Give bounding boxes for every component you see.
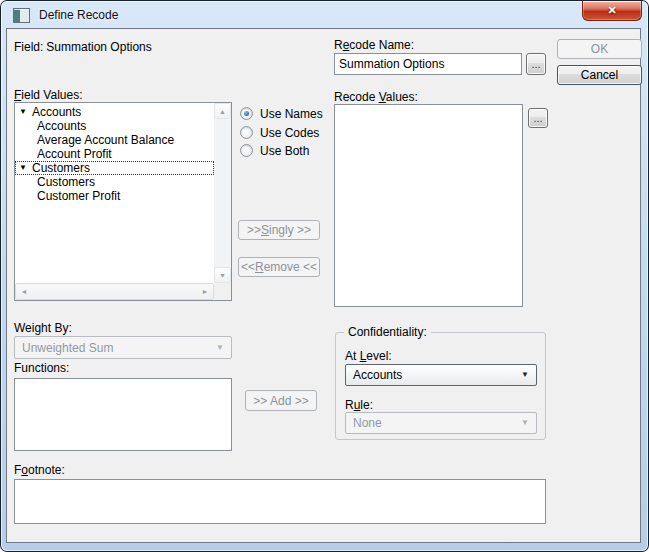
radio-use-codes[interactable]: Use Codes: [240, 125, 319, 140]
field-values-list[interactable]: ▼ Accounts Accounts Average Account Bala…: [14, 102, 232, 301]
app-icon: [13, 8, 30, 23]
rule-dropdown[interactable]: None ▼: [345, 412, 537, 434]
footnote-input[interactable]: [14, 479, 546, 524]
singly-button[interactable]: >> Singly >>: [238, 220, 320, 240]
tree-item-label: Customers: [37, 175, 95, 189]
vertical-scrollbar[interactable]: ▲ ▼: [214, 103, 231, 283]
field-summary-value: Summation Options: [46, 40, 151, 54]
footnote-label: Footnote:: [14, 463, 65, 477]
scroll-left-icon[interactable]: ◄: [16, 284, 32, 299]
tree-item-label: Accounts: [32, 105, 81, 119]
field-summary-label: Field:: [14, 40, 43, 54]
radio-button-icon[interactable]: [240, 126, 253, 139]
rule-label: Rule:: [345, 398, 373, 412]
tree-item[interactable]: ▼ Customers: [15, 161, 214, 175]
functions-list[interactable]: [14, 378, 232, 451]
radio-label: Use Codes: [260, 126, 319, 140]
radio-label: Use Both: [260, 144, 309, 158]
at-level-dropdown[interactable]: Accounts ▼: [345, 364, 537, 386]
confidentiality-group-body: At Level: Accounts ▼ Rule: None ▼: [336, 333, 545, 439]
tree-expander-icon[interactable]: ▼: [19, 164, 32, 172]
remove-button[interactable]: << Remove <<: [238, 257, 320, 277]
ok-button[interactable]: OK: [557, 39, 642, 59]
close-button[interactable]: ✕: [582, 1, 642, 21]
scroll-up-icon[interactable]: ▲: [214, 103, 231, 119]
tree-item-label: Accounts: [37, 119, 86, 133]
field-values-tree: ▼ Accounts Accounts Average Account Bala…: [15, 105, 214, 283]
cancel-button[interactable]: Cancel: [557, 65, 642, 85]
define-recode-dialog: Define Recode ✕ Field:Summation Options …: [0, 0, 649, 552]
weight-by-dropdown[interactable]: Unweighted Sum ▼: [14, 336, 232, 359]
dialog-body: Field:Summation Options Recode Name: ...…: [6, 28, 641, 543]
recode-values-browse-button[interactable]: ...: [528, 108, 548, 128]
chevron-down-icon: ▼: [521, 419, 529, 427]
tree-item[interactable]: Accounts: [15, 119, 214, 133]
weight-by-label: Weight By:: [14, 321, 72, 335]
ellipsis-icon: ...: [533, 112, 542, 124]
recode-name-label: Recode Name:: [334, 38, 414, 52]
tree-item[interactable]: Average Account Balance: [15, 133, 214, 147]
weight-by-value: Unweighted Sum: [22, 341, 113, 355]
scroll-down-icon[interactable]: ▼: [214, 267, 231, 283]
radio-label: Use Names: [260, 107, 323, 121]
tree-item-label: Customer Profit: [37, 189, 120, 203]
tree-expander-icon[interactable]: ▼: [19, 108, 32, 116]
radio-use-both[interactable]: Use Both: [240, 143, 309, 158]
radio-button-icon[interactable]: [240, 107, 253, 120]
field-values-label: Field Values:: [14, 88, 83, 102]
radio-button-icon[interactable]: [240, 144, 253, 157]
tree-item[interactable]: Account Profit: [15, 147, 214, 161]
functions-label: Functions:: [14, 361, 69, 375]
tree-item[interactable]: ▼ Accounts: [15, 105, 214, 119]
scroll-right-icon[interactable]: ►: [197, 284, 213, 299]
ellipsis-icon: ...: [531, 58, 540, 70]
tree-item-label: Average Account Balance: [37, 133, 174, 147]
horizontal-scrollbar[interactable]: ◄ ►: [15, 283, 214, 300]
at-level-label: At Level:: [345, 349, 392, 363]
title-bar[interactable]: Define Recode: [1, 1, 648, 29]
confidentiality-group: Confidentiality: At Level: Accounts ▼ Ru…: [335, 332, 546, 440]
scrollbar-corner: [214, 283, 231, 300]
add-button[interactable]: >> Add >>: [245, 390, 317, 411]
tree-item-label: Customers: [32, 161, 90, 175]
field-summary: Field:Summation Options: [14, 40, 152, 54]
recode-name-browse-button[interactable]: ...: [526, 53, 546, 75]
recode-name-input[interactable]: [334, 53, 522, 75]
radio-use-names[interactable]: Use Names: [240, 106, 323, 121]
recode-values-label: Recode Values:: [334, 90, 418, 104]
at-level-value: Accounts: [353, 368, 402, 382]
recode-values-list[interactable]: [334, 104, 523, 307]
tree-item[interactable]: Customers: [15, 175, 214, 189]
chevron-down-icon: ▼: [216, 344, 224, 352]
tree-item[interactable]: Customer Profit: [15, 189, 214, 203]
rule-value: None: [353, 416, 382, 430]
window-title: Define Recode: [39, 8, 118, 22]
close-icon: ✕: [607, 4, 616, 17]
chevron-down-icon: ▼: [521, 371, 529, 379]
tree-item-label: Account Profit: [37, 147, 112, 161]
